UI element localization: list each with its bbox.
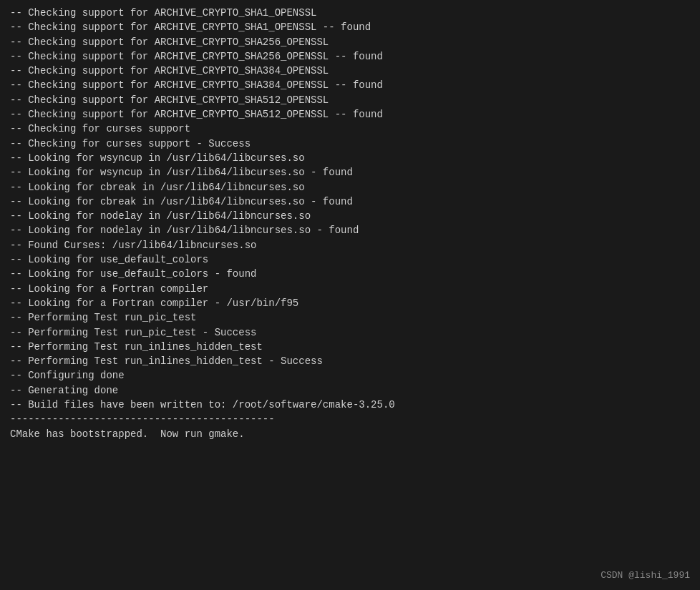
- terminal-line: -- Checking support for ARCHIVE_CRYPTO_S…: [10, 49, 690, 64]
- terminal-line: -- Performing Test run_inlines_hidden_te…: [10, 354, 690, 368]
- terminal-line: -- Looking for use_default_colors - foun…: [10, 267, 690, 281]
- terminal-line: -- Performing Test run_pic_test: [10, 310, 690, 325]
- terminal-line: CMake has bootstrapped. Now run gmake.: [10, 427, 690, 441]
- terminal-line: -- Looking for wsyncup in /usr/lib64/lib…: [10, 165, 690, 180]
- terminal-line: -- Configuring done: [10, 368, 690, 383]
- terminal-line: -- Found Curses: /usr/lib64/libncurses.s…: [10, 238, 690, 252]
- terminal-line: -- Looking for use_default_colors: [10, 252, 690, 267]
- terminal-line: -- Looking for cbreak in /usr/lib64/libn…: [10, 195, 690, 209]
- terminal-line: -- Looking for wsyncup in /usr/lib64/lib…: [10, 151, 690, 165]
- terminal-line: -- Checking support for ARCHIVE_CRYPTO_S…: [10, 6, 690, 20]
- terminal-line: -- Looking for nodelay in /usr/lib64/lib…: [10, 209, 690, 223]
- terminal-line: -- Checking for curses support: [10, 122, 690, 136]
- terminal-line: -- Checking support for ARCHIVE_CRYPTO_S…: [10, 93, 690, 107]
- terminal-line: -- Looking for a Fortran compiler - /usr…: [10, 296, 690, 310]
- terminal-line: -- Build files have been written to: /ro…: [10, 398, 690, 412]
- terminal-line: -- Checking support for ARCHIVE_CRYPTO_S…: [10, 78, 690, 92]
- terminal-output: -- Checking support for ARCHIVE_CRYPTO_S…: [10, 6, 690, 441]
- terminal-line: -- Checking support for ARCHIVE_CRYPTO_S…: [10, 107, 690, 122]
- terminal-line: -- Checking support for ARCHIVE_CRYPTO_S…: [10, 20, 690, 34]
- terminal-line: -- Performing Test run_inlines_hidden_te…: [10, 340, 690, 354]
- terminal-line: ----------------------------------------…: [10, 412, 690, 426]
- terminal-line: -- Looking for nodelay in /usr/lib64/lib…: [10, 223, 690, 237]
- terminal-line: -- Checking support for ARCHIVE_CRYPTO_S…: [10, 35, 690, 49]
- watermark: CSDN @lishi_1991: [601, 569, 690, 583]
- terminal-line: -- Looking for cbreak in /usr/lib64/libn…: [10, 180, 690, 195]
- terminal-line: -- Checking support for ARCHIVE_CRYPTO_S…: [10, 64, 690, 78]
- terminal-line: -- Checking for curses support - Success: [10, 137, 690, 151]
- terminal-line: -- Performing Test run_pic_test - Succes…: [10, 325, 690, 340]
- terminal-line: -- Generating done: [10, 383, 690, 398]
- terminal-line: -- Looking for a Fortran compiler: [10, 282, 690, 296]
- terminal-window: -- Checking support for ARCHIVE_CRYPTO_S…: [0, 0, 700, 590]
